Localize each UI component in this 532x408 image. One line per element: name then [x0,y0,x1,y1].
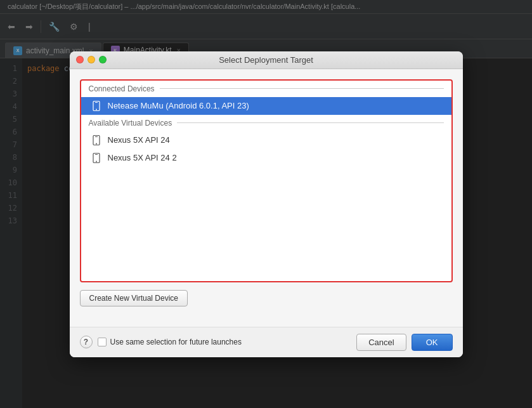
dialog-title: Select Deployment Target [219,55,313,65]
ok-button[interactable]: OK [412,334,453,351]
device-label-nexus2: Nexus 5X API 24 2 [108,153,177,162]
connected-devices-header: Connected Devices [81,81,451,97]
phone-icon-nexus2 [91,153,101,163]
device-item-netease[interactable]: Netease MuMu (Android 6.0.1, API 23) [81,97,451,115]
cancel-button[interactable]: Cancel [356,334,406,351]
device-item-nexus5x-2[interactable]: Nexus 5X API 24 2 [81,149,451,167]
close-traffic-light[interactable] [76,56,84,63]
device-label-netease: Netease MuMu (Android 6.0.1, API 23) [108,101,249,110]
help-button[interactable]: ? [80,336,93,348]
dialog-titlebar: Select Deployment Target [70,51,463,69]
modal-overlay: Select Deployment Target Connected Devic… [0,0,532,408]
svg-point-5 [96,143,97,144]
minimize-traffic-light[interactable] [88,56,95,63]
virtual-devices-header: Available Virtual Devices [81,115,451,131]
svg-point-2 [96,109,97,110]
phone-icon-netease [91,101,101,111]
phone-icon-nexus1 [91,135,101,145]
device-item-nexus5x-1[interactable]: Nexus 5X API 24 [81,131,451,149]
svg-point-8 [96,161,97,162]
device-label-nexus1: Nexus 5X API 24 [108,135,170,145]
device-list-container: Connected Devices Netease MuMu (Android … [80,79,453,282]
traffic-lights [76,56,107,63]
select-deployment-dialog: Select Deployment Target Connected Devic… [70,51,463,357]
create-virtual-device-button[interactable]: Create New Virtual Device [80,290,188,306]
checkbox-area: Use same selection for future launches [98,338,352,346]
future-launches-checkbox[interactable] [98,338,107,346]
connected-devices-label: Connected Devices [89,84,155,93]
ide-background: calculator [~/Desktop/项目/calculator] – .… [0,0,532,408]
dialog-footer: ? Use same selection for future launches… [70,327,463,357]
maximize-traffic-light[interactable] [99,56,107,63]
empty-space [81,167,451,281]
dialog-content: Connected Devices Netease MuMu (Android … [70,69,463,327]
future-launches-label: Use same selection for future launches [110,338,242,346]
footer-buttons: Cancel OK [356,334,452,351]
virtual-devices-label: Available Virtual Devices [89,119,172,128]
